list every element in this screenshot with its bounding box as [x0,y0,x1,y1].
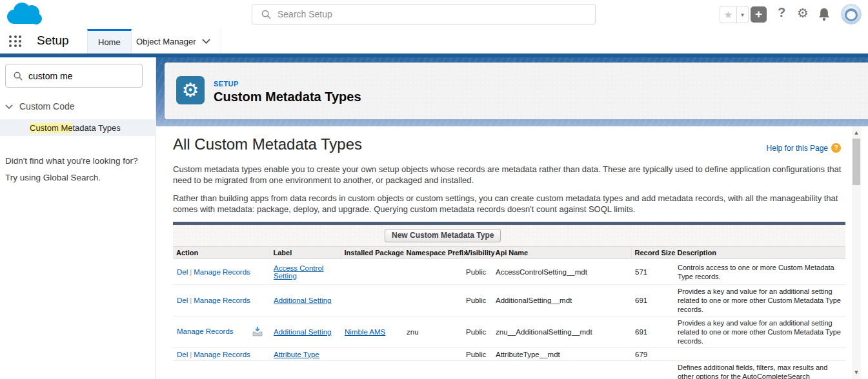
installed-package-icon [252,326,263,336]
table-row: AutoCompleteSearch Defines additional fi… [173,361,845,379]
content-scrollbar[interactable]: ▲ ▼ [852,126,861,379]
tree-node-label: Custom Code [19,101,75,112]
table-row: Manage Records Additional Setting Nimble… [173,316,845,348]
global-search-box[interactable] [252,4,596,24]
not-found-line2: Try using Global Search. [5,170,138,186]
installed-package-cell [341,285,403,316]
help-button[interactable]: ? [778,5,785,20]
help-link[interactable]: Help for this Page [767,144,828,153]
tab-home[interactable]: Home [87,29,132,53]
sidebar-not-found-note: Didn't find what you're looking for? Try… [5,153,138,186]
setup-gear-button[interactable]: ⚙ [797,5,809,21]
namespace-prefix-cell [403,285,462,316]
app-name-label: Setup [37,34,69,48]
gear-icon: ⚙ [797,5,809,21]
label-link[interactable]: Additional Setting [274,296,332,304]
main-region: ⚙ SETUP Custom Metadata Types All Custom… [156,57,868,379]
sidebar-search-input[interactable] [28,71,132,81]
api-name-cell: AttributeType__mdt [492,348,631,361]
api-name-cell: AccessControlSetting__mdt [492,259,631,285]
favorites-dropdown-button[interactable]: ▾ [737,6,749,23]
scroll-up-icon[interactable]: ▲ [854,128,858,137]
col-installed-package[interactable]: Installed Package [341,247,403,259]
installed-package-cell [341,348,403,361]
label-link[interactable]: Access Control Setting [274,264,323,280]
help-for-this-page[interactable]: Help for this Page ? [767,143,841,153]
col-namespace-prefix[interactable]: Namespace Prefix [403,247,462,259]
api-name-cell: AdditionalSetting__mdt [492,285,631,316]
manage-records-link[interactable]: Manage Records [177,327,234,335]
manage-records-link[interactable]: Manage Records [194,351,250,358]
global-search-input[interactable] [278,9,555,19]
quick-add-button[interactable]: + [751,6,767,23]
description-cell: Controls access to one or more Custom Me… [674,259,845,285]
global-header: ★ ▾ + ? ⚙ [0,0,868,29]
record-size-cell: 679 [631,348,674,361]
not-found-line1: Didn't find what you're looking for? [5,153,138,170]
search-icon [14,72,23,81]
scroll-down-icon[interactable]: ▼ [854,368,858,377]
tab-object-manager-label: Object Manager [136,37,196,46]
notifications-button[interactable] [818,7,831,24]
manage-records-link[interactable]: Manage Records [194,268,250,276]
content-card: All Custom Metadata Types Help for this … [165,126,868,379]
table-button-zone: New Custom Metadata Type [173,225,845,246]
action-separator: | [188,268,194,276]
visibility-cell: Public [462,285,492,316]
salesforce-logo-icon[interactable] [5,1,44,27]
installed-package-link[interactable]: Nimble AMS [345,328,385,336]
del-link[interactable]: Del [177,268,188,276]
favorites-button[interactable]: ★ [720,6,737,23]
manage-records-link[interactable]: Manage Records [194,296,250,304]
plus-icon: + [755,7,762,21]
action-separator: | [188,296,194,304]
intro-paragraph-2: Rather than building apps from data reco… [173,193,847,215]
col-label[interactable]: Label [270,247,341,259]
label-link[interactable]: Additional Setting [274,328,332,336]
description-cell [674,348,845,361]
page-header-card: ⚙ SETUP Custom Metadata Types [165,63,868,119]
visibility-cell: Public [462,316,492,348]
namespace-prefix-cell [403,348,462,361]
visibility-cell: Public [462,348,492,361]
table-row: Del|Manage Records Additional Setting Pu… [173,285,845,316]
tree-node-custom-code[interactable]: Custom Code [5,101,75,112]
chevron-down-icon [5,104,13,109]
col-visibility[interactable]: Visibility [462,247,492,259]
scrollbar-thumb[interactable] [853,139,860,185]
record-size-cell: 571 [631,259,674,285]
section-heading: All Custom Metadata Types [173,135,362,153]
description-cell: Defines additional fields, filters, max … [674,361,845,379]
col-action[interactable]: Action [173,247,270,259]
setup-nav-bar: Setup Home Object Manager [0,29,868,53]
sidebar-item-custom-metadata-types[interactable]: Custom Metadata Types [0,119,156,136]
label-link[interactable]: Attribute Type [274,351,319,358]
bell-icon [818,7,831,21]
page-title: Custom Metadata Types [214,90,361,104]
table-header-row: Action Label Installed Package Namespace… [173,247,845,259]
del-link[interactable]: Del [177,296,188,304]
visibility-cell: Public [462,259,492,285]
chevron-down-icon [202,39,210,44]
description-cell: Provides a key and value for an addition… [674,285,845,316]
sidebar-search-box[interactable] [5,64,143,88]
namespace-prefix-cell [403,259,462,285]
del-link[interactable]: Del [177,351,188,358]
setup-sidebar: Custom Code Custom Metadata Types Didn't… [0,57,156,379]
col-api-name[interactable]: Api Name [492,247,631,259]
tab-object-manager[interactable]: Object Manager [126,29,221,53]
avatar-face [847,11,856,19]
new-custom-metadata-type-button[interactable]: New Custom Metadata Type [385,229,501,242]
table-row: Del|Manage Records Access Control Settin… [173,259,845,285]
api-name-cell: znu__AdditionalSetting__mdt [492,316,631,348]
help-badge-icon[interactable]: ? [831,143,841,153]
intro-paragraph-1: Custom metadata types enable you to crea… [173,164,847,186]
col-record-size[interactable]: Record Size [631,247,674,259]
metadata-types-table: Action Label Installed Package Namespace… [173,246,845,379]
user-avatar[interactable] [841,4,862,24]
chevron-down-icon: ▾ [741,12,744,18]
col-description[interactable]: Description [674,247,845,259]
app-launcher-icon[interactable] [9,35,22,47]
table-row: Del|Manage Records Attribute Type Public… [173,348,845,361]
question-icon: ? [778,5,785,19]
